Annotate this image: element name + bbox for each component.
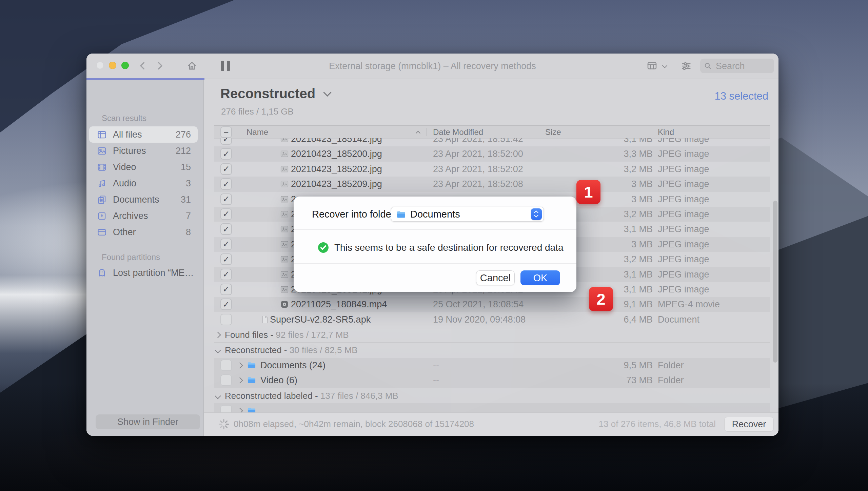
table-row[interactable]: ✓20211025_180849.mp425 Oct 2021, 18:08:5… — [214, 297, 770, 312]
sidebar-section-label: Scan results — [102, 114, 146, 123]
minimize-window-button[interactable] — [109, 62, 116, 69]
column-kind[interactable]: Kind — [658, 126, 674, 139]
table-row[interactable]: Documents (24)--9,5 MBFolder — [214, 358, 770, 373]
file-kind: JPEG image — [658, 207, 709, 222]
row-checkbox[interactable] — [220, 374, 232, 386]
group-row[interactable]: Found files - 92 files / 172,7 MB — [214, 327, 770, 342]
table-row[interactable]: ✓20210423_185142.jpg23 Apr 2021, 18:51:4… — [214, 138, 770, 146]
group-disclosure-icon[interactable] — [215, 393, 221, 399]
row-checkbox[interactable]: ✓ — [220, 163, 232, 175]
file-kind: JPEG image — [658, 138, 709, 146]
annotation-badge-1: 1 — [576, 180, 600, 204]
group-row[interactable]: Reconstructed labeled - 137 files / 846,… — [214, 388, 770, 403]
close-window-button[interactable] — [96, 62, 104, 69]
ok-button[interactable]: OK — [520, 270, 560, 285]
column-size[interactable]: Size — [545, 126, 561, 139]
sidebar-item-lost-partition-me[interactable]: Lost partition “ME… — [89, 265, 198, 281]
row-checkbox[interactable]: ✓ — [220, 208, 232, 220]
search-icon — [704, 62, 712, 70]
table-row[interactable]: ✓20210423_185202.jpg23 Apr 2021, 18:52:0… — [214, 162, 770, 177]
row-checkbox[interactable]: ✓ — [220, 299, 232, 310]
selected-count: 13 selected — [714, 90, 768, 102]
sidebar-item-documents[interactable]: Documents31 — [89, 191, 198, 208]
group-disclosure-icon[interactable] — [215, 347, 221, 353]
row-checkbox[interactable] — [220, 360, 232, 371]
recover-folder-select[interactable]: Documents — [391, 207, 544, 222]
table-row[interactable]: Video (6)--73 MBFolder — [214, 373, 770, 388]
cancel-button[interactable]: Cancel — [476, 270, 515, 285]
view-title[interactable]: Reconstructed — [220, 86, 330, 101]
row-checkbox[interactable]: ✓ — [220, 284, 232, 295]
chevron-down-icon — [534, 213, 538, 218]
row-checkbox[interactable]: ✓ — [220, 239, 232, 250]
row-checkbox[interactable]: ✓ — [220, 193, 232, 205]
column-date-modified[interactable]: Date Modified — [433, 126, 483, 139]
file-icon — [280, 240, 289, 249]
search-input[interactable] — [715, 59, 771, 73]
sidebar-item-audio[interactable]: Audio3 — [89, 175, 198, 191]
file-icon — [280, 209, 289, 219]
pause-scan-icon[interactable] — [221, 61, 231, 71]
sidebar-item-count: 31 — [181, 191, 191, 208]
app-window: External storage (mmcblk1) – All recover… — [86, 54, 778, 436]
sidebar-item-count: 7 — [186, 208, 191, 224]
table-header: – Name Date Modified Size Kind — [214, 125, 770, 139]
file-kind: Folder — [658, 373, 684, 388]
row-checkbox[interactable] — [220, 405, 232, 413]
pictures-icon — [97, 146, 107, 156]
table-row[interactable]: ✓20210423_185209.jpg23 Apr 2021, 18:52:0… — [214, 177, 770, 191]
disclosure-icon[interactable] — [237, 377, 243, 384]
file-icon — [280, 224, 289, 234]
recover-button[interactable]: Recover — [724, 417, 774, 432]
row-checkbox[interactable]: ✓ — [220, 253, 232, 265]
row-checkbox[interactable]: ✓ — [220, 178, 232, 190]
sidebar-item-count: 8 — [186, 224, 191, 240]
row-checkbox[interactable]: ✓ — [220, 138, 232, 145]
disclosure-icon[interactable] — [237, 408, 243, 413]
disclosure-icon[interactable] — [237, 362, 243, 368]
filter-sliders-icon[interactable] — [680, 60, 692, 72]
scan-progress-status: 0h08m elapsed, ~0h42m remain, block 2608… — [234, 413, 474, 435]
sidebar-item-all-files[interactable]: All files276 — [89, 126, 198, 143]
select-all-checkbox[interactable]: – — [220, 126, 232, 138]
view-options-icon[interactable] — [646, 60, 658, 71]
group-row[interactable]: Reconstructed - 30 files / 82,5 MB — [214, 342, 770, 357]
home-icon[interactable] — [186, 60, 197, 71]
file-kind: JPEG image — [658, 282, 709, 297]
column-name[interactable]: Name — [246, 126, 268, 139]
table-row[interactable]: ✓20210423_185200.jpg23 Apr 2021, 18:52:0… — [214, 146, 770, 161]
file-icon — [260, 315, 270, 324]
file-icon — [280, 300, 289, 309]
back-icon[interactable] — [137, 60, 148, 71]
show-in-finder-button[interactable]: Show in Finder — [96, 414, 200, 429]
sidebar-item-other[interactable]: Other8 — [89, 224, 198, 240]
table-row[interactable] — [214, 403, 770, 413]
folder-icon — [247, 406, 256, 413]
table-row[interactable]: SuperSU-v2.82-SR5.apk19 Nov 2020, 09:48:… — [214, 312, 770, 327]
file-kind: JPEG image — [658, 267, 709, 282]
status-bar: 0h08m elapsed, ~0h42m remain, block 2608… — [204, 412, 778, 436]
file-kind: Folder — [658, 358, 684, 373]
file-icon — [280, 195, 289, 204]
sidebar-item-archives[interactable]: Archives7 — [89, 208, 198, 224]
file-name: 20210423_185200.jpg — [291, 146, 382, 161]
row-checkbox[interactable]: ✓ — [220, 148, 232, 160]
row-checkbox[interactable] — [220, 314, 232, 325]
row-checkbox[interactable]: ✓ — [220, 223, 232, 235]
sidebar-item-count: 276 — [176, 126, 191, 143]
forward-icon[interactable] — [154, 60, 165, 71]
view-subtitle: 276 files / 1,15 GB — [221, 106, 294, 117]
sidebar-item-pictures[interactable]: Pictures212 — [89, 143, 198, 159]
search-field[interactable] — [700, 59, 774, 73]
group-disclosure-icon[interactable] — [215, 332, 221, 338]
scrollbar[interactable] — [773, 201, 777, 363]
row-checkbox[interactable]: ✓ — [220, 269, 232, 280]
stepper-icon[interactable] — [531, 208, 542, 220]
safe-destination-message: This seems to be a safe destination for … — [334, 242, 564, 253]
zoom-window-button[interactable] — [121, 62, 129, 69]
column-divider — [540, 128, 540, 136]
annotation-badge-2: 2 — [589, 287, 613, 311]
sidebar-item-video[interactable]: Video15 — [89, 159, 198, 175]
file-name: Video (6) — [260, 373, 297, 388]
column-divider — [652, 128, 652, 136]
